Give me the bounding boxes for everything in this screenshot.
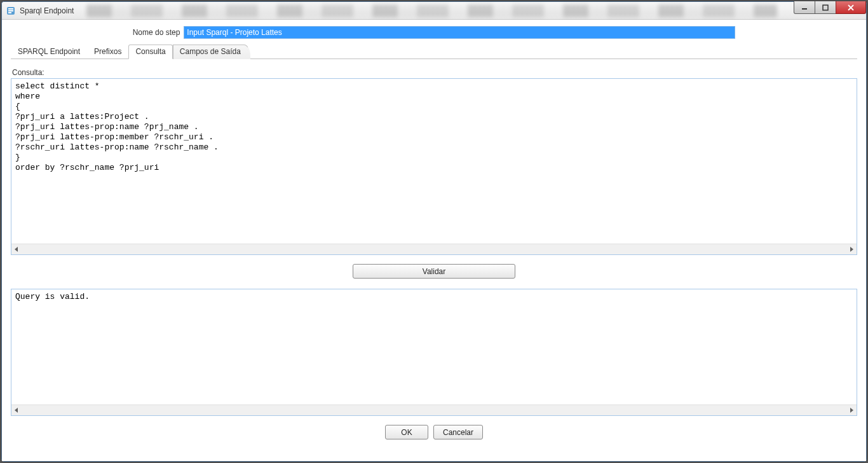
query-editor-wrap: [11, 78, 857, 255]
tab-campos-de-saida[interactable]: Campos de Saída: [173, 45, 250, 59]
maximize-button[interactable]: [815, 1, 836, 14]
close-button[interactable]: [836, 1, 866, 14]
dialog-content: Nome do step SPARQL Endpoint Prefixos Co…: [2, 20, 866, 461]
result-horizontal-scrollbar[interactable]: [11, 404, 857, 415]
validate-button[interactable]: Validar: [353, 264, 515, 279]
validate-row: Validar: [11, 255, 857, 287]
query-textarea[interactable]: [11, 79, 857, 244]
tab-bar: SPARQL Endpoint Prefixos Consulta Campos…: [11, 44, 857, 59]
window-controls: [794, 1, 866, 14]
titlebar[interactable]: Sparql Endpoint: [2, 2, 866, 20]
step-name-row: Nome do step: [11, 26, 857, 39]
dialog-window: Sparql Endpoint Nome do step SPARQL Endp…: [1, 1, 867, 462]
result-wrap: [11, 289, 857, 416]
tab-sparql-endpoint[interactable]: SPARQL Endpoint: [11, 45, 87, 59]
svg-rect-4: [802, 8, 807, 10]
tab-prefixos[interactable]: Prefixos: [87, 45, 128, 59]
window-title: Sparql Endpoint: [20, 6, 74, 15]
step-name-input[interactable]: [184, 26, 735, 39]
svg-rect-3: [8, 12, 11, 13]
minimize-button[interactable]: [794, 1, 815, 14]
cancel-button[interactable]: Cancelar: [433, 425, 483, 439]
tab-consulta[interactable]: Consulta: [128, 45, 172, 59]
svg-rect-2: [8, 10, 13, 11]
ok-button[interactable]: OK: [385, 425, 428, 439]
svg-rect-1: [8, 8, 13, 10]
svg-rect-5: [823, 5, 828, 10]
step-name-label: Nome do step: [133, 28, 180, 37]
result-textarea[interactable]: [11, 289, 857, 404]
query-horizontal-scrollbar[interactable]: [11, 244, 857, 254]
app-icon: [6, 6, 16, 16]
dialog-button-row: OK Cancelar: [11, 416, 857, 448]
query-label: Consulta:: [12, 68, 857, 77]
titlebar-background-blur: [86, 4, 777, 17]
